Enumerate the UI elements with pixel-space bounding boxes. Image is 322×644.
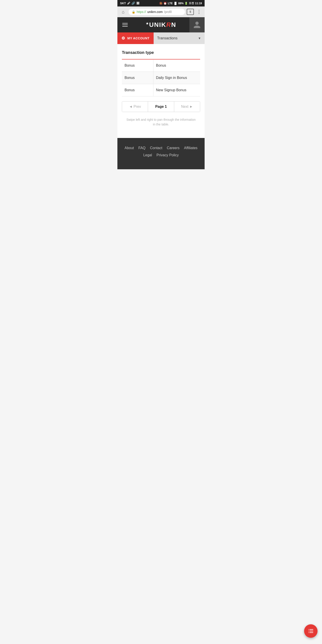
chevron-down-icon: ▼	[198, 36, 201, 40]
battery-icon: 🔋	[184, 2, 188, 5]
url-domain: unikrn.com	[147, 10, 162, 14]
home-icon[interactable]: ⌂	[120, 8, 127, 16]
transaction-desc-cell: Bonus	[153, 59, 200, 72]
table-row: Bonus Daily Sign in Bonus	[122, 72, 200, 84]
hamburger-line	[122, 23, 128, 24]
pagination: ◄ Prev Page 1 Next ►	[122, 101, 200, 112]
footer-link[interactable]: FAQ	[138, 146, 146, 150]
table-row: Bonus New Signup Bonus	[122, 84, 200, 96]
status-left: SKT 🖊 🔗 🖼	[120, 2, 139, 5]
transactions-label: Transactions	[157, 36, 178, 40]
page-indicator: Page 1	[148, 102, 174, 112]
edit-icon: 🔗	[132, 2, 135, 5]
footer-link[interactable]: Careers	[167, 146, 180, 150]
browser-bar: ⌂ 🔒 https://unikrn.com/profil 5 ⋮	[118, 6, 204, 17]
table-row: Bonus Bonus	[122, 59, 200, 72]
section-title: Transaction type	[122, 50, 200, 55]
mute-icon: 🔕	[159, 2, 162, 5]
profile-icon-button[interactable]	[190, 17, 204, 32]
signal-icon: ▐▌	[174, 2, 177, 5]
transaction-type-cell: Bonus	[122, 72, 153, 84]
am-label: 오전	[189, 1, 194, 5]
lock-icon: 🔒	[132, 10, 135, 14]
swipe-hint: Swipe left and right to pan through the …	[122, 116, 200, 134]
feather-icon: 🖊	[127, 2, 130, 5]
transaction-desc-cell: Daily Sign in Bonus	[153, 72, 200, 84]
logo-area: ★UNIKRN	[132, 21, 190, 28]
footer: AboutFAQContactCareersAffiliates LegalPr…	[118, 138, 204, 169]
time-label: 11:19	[195, 2, 202, 5]
nav-header: ★UNIKRN	[118, 17, 204, 32]
lte-icon: LTE	[168, 2, 173, 5]
gear-icon: ⚙	[122, 36, 125, 41]
footer-link[interactable]: Affiliates	[184, 146, 198, 150]
url-path: /profil	[164, 10, 172, 14]
footer-links-row-2: LegalPrivacy Policy	[122, 153, 200, 157]
status-right: 🔕 ⏰ LTE ▐▌ 88% 🔋 오전 11:19	[159, 1, 202, 5]
carrier-label: SKT	[120, 2, 126, 5]
tab-count-button[interactable]: 5	[187, 9, 194, 15]
account-tabs: ⚙ MY ACCOUNT Transactions ▼	[118, 32, 204, 44]
site-logo: ★UNIKRN	[146, 21, 176, 28]
footer-link[interactable]: About	[124, 146, 134, 150]
url-bar[interactable]: 🔒 https://unikrn.com/profil	[128, 9, 185, 15]
hamburger-line	[122, 26, 128, 26]
status-bar: SKT 🖊 🔗 🖼 🔕 ⏰ LTE ▐▌ 88% 🔋 오전 11:19	[118, 0, 204, 6]
hamburger-line	[122, 24, 128, 25]
footer-link[interactable]: Contact	[150, 146, 162, 150]
main-content: Transaction type Bonus Bonus Bonus Daily…	[118, 44, 204, 138]
image-icon: 🖼	[136, 2, 139, 5]
browser-menu-button[interactable]: ⋮	[196, 9, 202, 15]
next-button[interactable]: Next ►	[174, 102, 200, 112]
url-https: https://	[137, 10, 146, 14]
my-account-label: MY ACCOUNT	[128, 36, 150, 40]
battery-label: 88%	[178, 2, 184, 5]
transaction-desc-cell: New Signup Bonus	[153, 84, 200, 96]
my-account-tab[interactable]: ⚙ MY ACCOUNT	[118, 32, 154, 44]
hamburger-menu-button[interactable]	[118, 17, 132, 32]
transaction-type-cell: Bonus	[122, 59, 153, 72]
prev-button[interactable]: ◄ Prev	[122, 102, 148, 112]
user-icon	[193, 21, 201, 29]
footer-links-row-1: AboutFAQContactCareersAffiliates	[122, 146, 200, 150]
alarm-icon: ⏰	[164, 2, 167, 5]
transaction-type-cell: Bonus	[122, 84, 153, 96]
transactions-table: Bonus Bonus Bonus Daily Sign in Bonus Bo…	[122, 59, 200, 96]
footer-link[interactable]: Privacy Policy	[156, 153, 179, 157]
footer-link[interactable]: Legal	[143, 153, 152, 157]
transactions-tab[interactable]: Transactions ▼	[154, 32, 204, 44]
logo-star: ★	[146, 22, 149, 25]
